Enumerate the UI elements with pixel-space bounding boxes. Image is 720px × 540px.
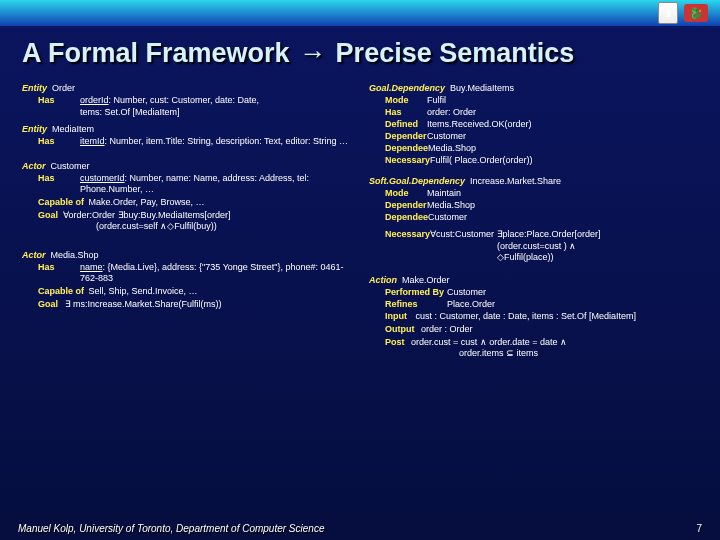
soft-goal-dependency: Soft.Goal.Dependency Increase.Market.Sha… xyxy=(369,176,698,263)
property-row: Performed ByCustomer xyxy=(369,287,698,298)
entity-mediaitem: Entity MediaItem Has itemId: Number, ite… xyxy=(22,124,351,147)
property-label: Mode xyxy=(369,188,427,199)
property-row: RefinesPlace.Order xyxy=(369,299,698,310)
label-has: Has xyxy=(22,173,80,184)
property-label: Defined xyxy=(369,119,427,130)
property-value: Customer xyxy=(427,131,698,142)
property-label: Dependee xyxy=(369,143,428,154)
actor-customer: Actor Customer Has customerId: Number, n… xyxy=(22,161,351,232)
property-row: ModeFulfil xyxy=(369,95,698,106)
footer: Manuel Kolp, University of Toronto, Depa… xyxy=(0,516,720,540)
keyword-entity: Entity xyxy=(22,83,47,93)
title-after: Precise Semantics xyxy=(336,38,575,68)
soft-necessary-1: ∀cust:Customer ∃place:Place.Order[order] xyxy=(430,229,698,240)
customer-attrs: customerId: Number, name: Name, address:… xyxy=(80,173,351,195)
action-output: Output order : Order xyxy=(369,324,698,335)
dep-name: Buy.MediaItems xyxy=(450,83,514,93)
order-attrs-1: orderId: Number, cust: Customer, date: D… xyxy=(80,95,351,106)
property-value: Items.Received.OK(order) xyxy=(427,119,698,130)
label-has: Has xyxy=(22,136,80,147)
property-value: Fulfil( Place.Order(order)) xyxy=(430,155,698,166)
property-label: Refines xyxy=(369,299,447,310)
dragon-icon: 🐉 xyxy=(684,4,708,22)
left-column: Entity Order Has orderId: Number, cust: … xyxy=(22,77,351,495)
property-row: DependerMedia.Shop xyxy=(369,200,698,211)
soft-necessary-3: ◇Fulfil(place)) xyxy=(369,252,698,263)
keyword-action: Action xyxy=(369,275,397,285)
action-input: Input cust : Customer, date : Date, item… xyxy=(369,311,698,322)
property-row: DependerCustomer xyxy=(369,131,698,142)
slide-title: A Formal Framework → Precise Semantics xyxy=(22,38,698,69)
property-value: Customer xyxy=(447,287,698,298)
property-label: Depender xyxy=(369,131,427,142)
mediaitem-attrs: itemId: Number, item.Title: String, desc… xyxy=(80,136,351,147)
property-value: Maintain xyxy=(427,188,698,199)
order-attrs-2: tems: Set.Of [MediaItem] xyxy=(80,107,351,118)
action-post: Post order.cust = cust ∧ order.date = da… xyxy=(369,337,698,348)
action-makeorder: Action Make.Order Performed ByCustomerRe… xyxy=(369,275,698,360)
mediashop-goal: Goal ∃ ms:Increase.Market.Share(Fulfil(m… xyxy=(22,299,351,310)
mediashop-attrs: name: {Media.Live}, address: {"735 Yonge… xyxy=(80,262,351,284)
action-post-2: order.items ⊆ items xyxy=(369,348,698,359)
property-value: Customer xyxy=(428,212,698,223)
property-value: Media.Shop xyxy=(427,200,698,211)
soft-name: Increase.Market.Share xyxy=(470,176,561,186)
keyword-soft-dep: Soft.Goal.Dependency xyxy=(369,176,465,186)
property-value: order: Order xyxy=(427,107,698,118)
page-number: 7 xyxy=(696,523,702,534)
action-name: Make.Order xyxy=(402,275,450,285)
content-area: Entity Order Has orderId: Number, cust: … xyxy=(0,77,720,495)
property-row: DependeeMedia.Shop xyxy=(369,143,698,154)
label-necessary: Necessary xyxy=(369,229,430,240)
keyword-goal-dep: Goal.Dependency xyxy=(369,83,445,93)
goal-dependency: Goal.Dependency Buy.MediaItems ModeFulfi… xyxy=(369,83,698,166)
label-has: Has xyxy=(22,262,80,273)
actor-name: Customer xyxy=(51,161,90,171)
actor-name: Media.Shop xyxy=(51,250,99,260)
property-value: Fulfil xyxy=(427,95,698,106)
entity-name: MediaItem xyxy=(52,124,94,134)
entity-name: Order xyxy=(52,83,75,93)
top-banner: ♜ 🐉 xyxy=(0,0,720,26)
footer-text: Manuel Kolp, University of Toronto, Depa… xyxy=(18,523,324,534)
property-label: Dependee xyxy=(369,212,428,223)
property-row: DependeeCustomer xyxy=(369,212,698,223)
property-label: Has xyxy=(369,107,427,118)
right-column: Goal.Dependency Buy.MediaItems ModeFulfi… xyxy=(369,77,698,495)
property-row: DefinedItems.Received.OK(order) xyxy=(369,119,698,130)
customer-capable: Capable of Make.Order, Pay, Browse, … xyxy=(22,197,351,208)
arrow-icon: → xyxy=(297,38,328,68)
title-before: A Formal Framework xyxy=(22,38,290,68)
property-label: Necessary xyxy=(369,155,430,166)
property-label: Mode xyxy=(369,95,427,106)
property-value: Place.Order xyxy=(447,299,698,310)
actor-mediashop: Actor Media.Shop Has name: {Media.Live},… xyxy=(22,250,351,310)
property-value: Media.Shop xyxy=(428,143,698,154)
customer-goal: Goal ∀order:Order ∃buy:Buy.MediaItems[or… xyxy=(22,210,351,221)
property-label: Performed By xyxy=(369,287,447,298)
keyword-actor: Actor xyxy=(22,250,46,260)
mediashop-capable: Capable of Sell, Ship, Send.Invoice, … xyxy=(22,286,351,297)
soft-necessary-2: (order.cust=cust ) ∧ xyxy=(369,241,698,252)
property-row: Hasorder: Order xyxy=(369,107,698,118)
keyword-actor: Actor xyxy=(22,161,46,171)
crest-icon: ♜ xyxy=(658,2,678,24)
keyword-entity: Entity xyxy=(22,124,47,134)
entity-order: Entity Order Has orderId: Number, cust: … xyxy=(22,83,351,118)
customer-goal-2: (order.cust=self ∧◇Fulfil(buy)) xyxy=(22,221,351,232)
property-label: Depender xyxy=(369,200,427,211)
label-has: Has xyxy=(22,95,80,106)
property-row: NecessaryFulfil( Place.Order(order)) xyxy=(369,155,698,166)
property-row: ModeMaintain xyxy=(369,188,698,199)
